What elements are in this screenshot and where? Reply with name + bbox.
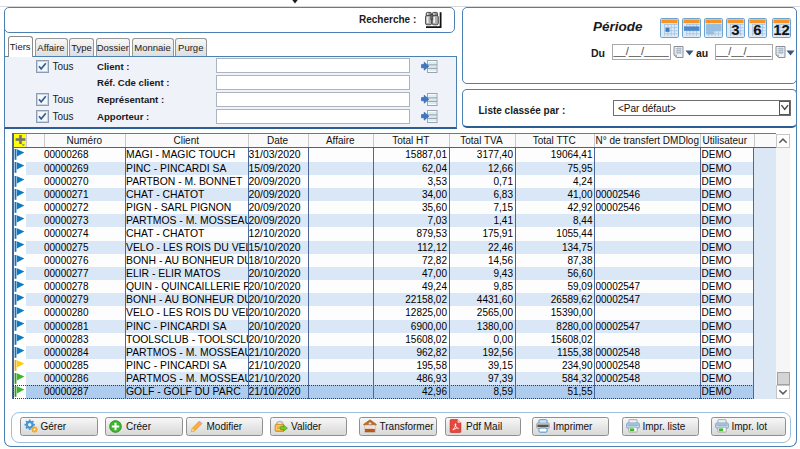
svg-text:3: 3: [731, 20, 739, 37]
svg-text:12: 12: [773, 20, 790, 37]
svg-text:6: 6: [753, 20, 761, 37]
